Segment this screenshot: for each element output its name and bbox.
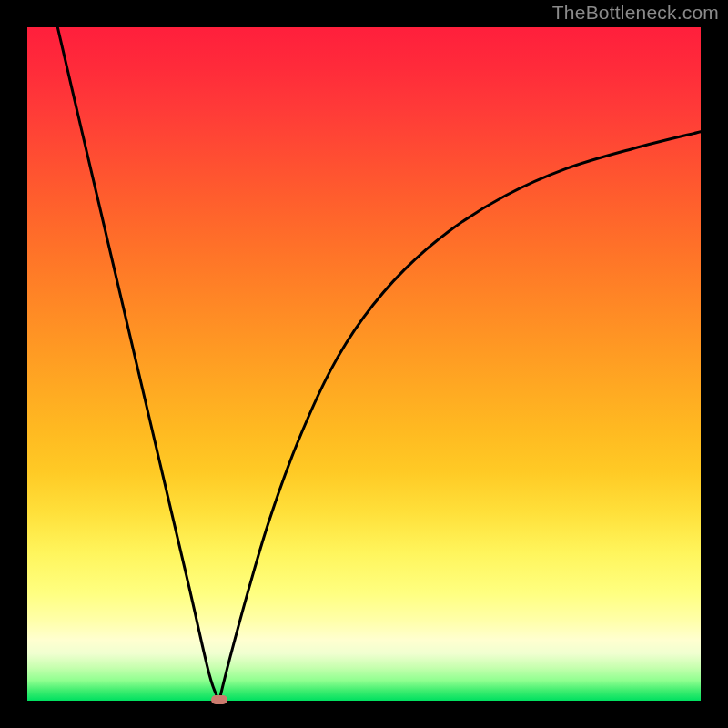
optimum-marker (211, 695, 228, 704)
chart-frame: TheBottleneck.com (0, 0, 728, 728)
bottleneck-curve (27, 27, 701, 701)
plot-area (27, 27, 701, 701)
watermark-text: TheBottleneck.com (552, 2, 719, 24)
